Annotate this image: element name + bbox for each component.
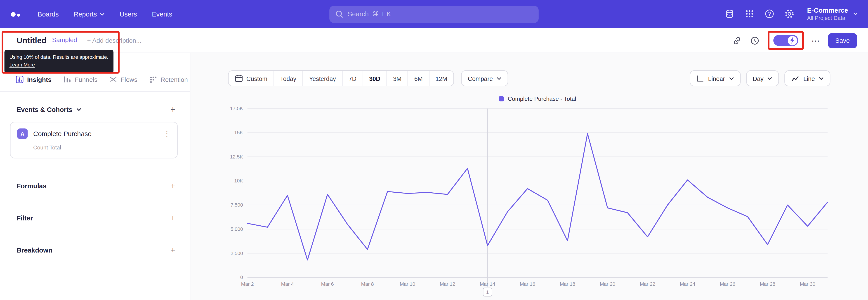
y-tick-label: 0 [240, 274, 243, 280]
y-tick-label: 2,500 [230, 250, 243, 256]
nav-item-label: Reports [74, 10, 97, 18]
annotation-marker[interactable]: 1 [483, 288, 492, 296]
date-range-yesterday[interactable]: Yesterday [303, 71, 342, 86]
add-event-button[interactable]: + [170, 105, 176, 114]
nav-item-reports[interactable]: Reports [74, 10, 105, 18]
apps-grid-icon[interactable] [745, 9, 755, 20]
help-icon[interactable]: ? [765, 9, 775, 20]
x-tick-label: Mar 28 [760, 281, 775, 287]
tab-label: Insights [27, 76, 52, 83]
date-range-custom[interactable]: Custom [228, 71, 273, 86]
history-icon[interactable] [750, 35, 760, 46]
save-button[interactable]: Save [828, 33, 857, 48]
sampling-tooltip: Using 10% of data. Results are approxima… [4, 50, 113, 73]
add-formulas-button[interactable]: + [170, 182, 176, 190]
x-tick-label: Mar 30 [800, 281, 815, 287]
svg-text:?: ? [768, 11, 771, 17]
y-tick-label: 7,500 [230, 202, 243, 208]
mixpanel-insights-app: BoardsReportsUsersEvents [0, 0, 868, 300]
tab-funnels[interactable]: Funnels [63, 75, 97, 84]
line-chart: 02,5005,0007,50010K12.5K15K17.5KMar 2Mar… [190, 86, 868, 300]
event-letter-badge: A [17, 128, 28, 139]
add-filter-button[interactable]: + [170, 214, 176, 222]
y-tick-label: 5,000 [230, 226, 243, 232]
sampling-toggle[interactable] [773, 35, 798, 46]
tab-insights[interactable]: Insights [16, 75, 52, 84]
content: InsightsFunnelsFlowsRetention Events & C… [0, 53, 868, 300]
x-tick-label: Mar 2 [241, 281, 254, 287]
chart-controls: CustomTodayYesterday7D30D3M6M12M Compare… [228, 70, 830, 86]
funnels-icon [63, 75, 71, 84]
x-tick-label: Mar 4 [281, 281, 294, 287]
date-range-6m[interactable]: 6M [408, 71, 429, 86]
nav-item-users[interactable]: Users [120, 10, 137, 18]
top-nav: BoardsReportsUsersEvents [0, 0, 868, 28]
chevron-down-icon [100, 12, 105, 16]
chevron-down-icon [819, 77, 824, 80]
nav-item-label: Users [120, 10, 137, 18]
tab-retention[interactable]: Retention [149, 75, 188, 84]
x-tick-label: Mar 20 [600, 281, 615, 287]
granularity-select[interactable]: Day [746, 70, 779, 86]
y-tick-label: 12.5K [230, 154, 243, 160]
date-range-30d[interactable]: 30D [363, 71, 386, 86]
copy-link-icon[interactable] [732, 35, 742, 46]
data-management-icon[interactable] [725, 9, 735, 20]
x-tick-label: Mar 18 [560, 281, 575, 287]
x-tick-label: Mar 16 [520, 281, 535, 287]
x-tick-label: Mar 12 [440, 281, 455, 287]
report-header: Untitled Sampled + Add description... [0, 28, 868, 53]
date-range-label: 30D [369, 75, 380, 82]
section-label: Filter [17, 214, 33, 222]
section-label: Breakdown [17, 246, 52, 254]
mixpanel-logo[interactable] [10, 9, 22, 19]
add-breakdown-button[interactable]: + [170, 246, 176, 254]
date-range-7d[interactable]: 7D [342, 71, 363, 86]
events-cohorts-label[interactable]: Events & Cohorts [17, 106, 81, 114]
nav-item-label: Events [152, 10, 172, 18]
settings-gear-icon[interactable] [784, 9, 795, 20]
flows-icon [109, 75, 117, 84]
chevron-down-icon [76, 108, 81, 112]
x-tick-label: Mar 24 [680, 281, 695, 287]
tab-label: Funnels [75, 76, 97, 83]
add-description-field[interactable]: + Add description... [87, 37, 141, 43]
more-options-button[interactable]: ⋯ [811, 36, 820, 44]
tooltip-text: Using 10% of data. Results are approxima… [9, 54, 108, 61]
date-range-12m[interactable]: 12M [429, 71, 454, 86]
project-switcher[interactable]: E-Commerce All Project Data [807, 7, 858, 22]
x-tick-label: Mar 6 [321, 281, 334, 287]
report-title[interactable]: Untitled [17, 36, 46, 45]
events-cohorts-header: Events & Cohorts + [0, 105, 190, 114]
y-tick-label: 17.5K [230, 106, 243, 111]
chart-type-select[interactable]: Line [784, 70, 831, 86]
search-input[interactable] [348, 10, 532, 18]
x-tick-label: Mar 26 [720, 281, 735, 287]
nav-item-events[interactable]: Events [152, 10, 172, 18]
tab-label: Retention [160, 76, 188, 83]
linear-select[interactable]: Linear [690, 70, 741, 86]
event-card[interactable]: A Complete Purchase ⋮ Count Total [10, 122, 178, 158]
chart-panel: CustomTodayYesterday7D30D3M6M12M Compare… [190, 53, 868, 300]
y-tick-label: 15K [234, 130, 243, 136]
tab-flows[interactable]: Flows [109, 75, 137, 84]
event-metric-select[interactable]: Count Total [33, 145, 170, 151]
retention-icon [149, 75, 157, 84]
sampled-badge[interactable]: Sampled [52, 37, 77, 44]
kebab-menu-icon[interactable]: ⋮ [163, 129, 170, 138]
date-range-today[interactable]: Today [274, 71, 303, 86]
line-chart-icon [791, 75, 800, 82]
compare-button[interactable]: Compare [461, 70, 508, 86]
learn-more-link[interactable]: Learn More [9, 62, 35, 67]
global-search[interactable] [329, 5, 539, 23]
date-range-3m[interactable]: 3M [386, 71, 408, 86]
date-range-label: Today [280, 75, 296, 82]
top-nav-right: ? E-Commerce All Project Data [725, 7, 858, 22]
nav-item-boards[interactable]: Boards [38, 10, 59, 18]
date-range-label: Custom [246, 75, 268, 82]
annotation-label: 1 [486, 289, 489, 295]
linear-select-label: Linear [708, 75, 725, 82]
event-name: Complete Purchase [33, 130, 92, 138]
logo-dots-icon [10, 9, 22, 19]
events-cohorts-text: Events & Cohorts [17, 106, 72, 114]
